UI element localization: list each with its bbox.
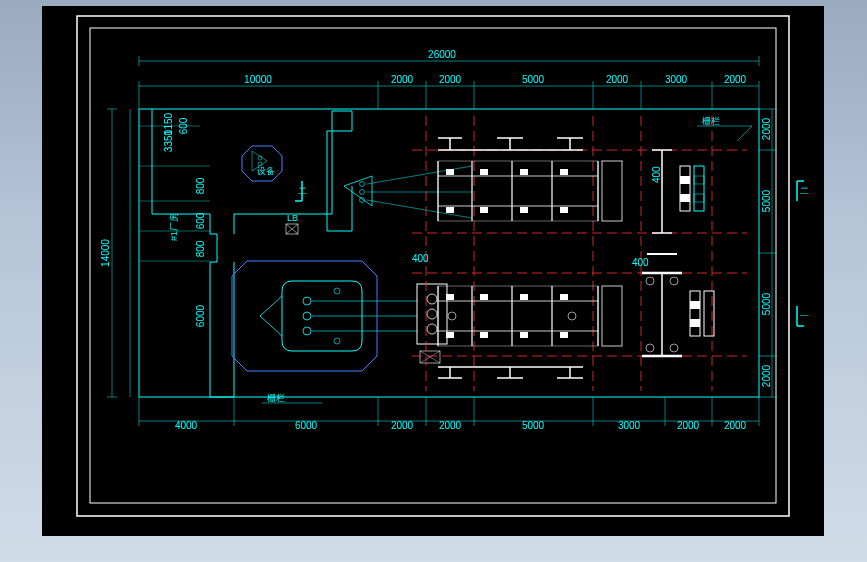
dim-bot-seg-7: 2000 xyxy=(724,420,747,431)
svg-rect-27 xyxy=(560,169,568,175)
svg-rect-25 xyxy=(480,169,488,175)
svg-rect-28 xyxy=(446,207,454,213)
svg-rect-77 xyxy=(704,291,714,336)
dim-bot-seg-3: 2000 xyxy=(439,420,462,431)
svg-text:二: 二 xyxy=(800,186,809,196)
svg-rect-31 xyxy=(560,207,568,213)
svg-rect-66 xyxy=(694,176,704,184)
dim-bot-seg-2: 2000 xyxy=(391,420,414,431)
beams-top xyxy=(438,138,583,150)
dim-top-seg-0: 10000 xyxy=(244,74,272,85)
svg-rect-24 xyxy=(446,169,454,175)
svg-rect-41 xyxy=(480,294,488,300)
junction-port xyxy=(427,324,437,334)
dim-left-seg-3: 800 xyxy=(195,240,206,257)
junction-port xyxy=(427,309,437,319)
port-icon xyxy=(360,190,365,195)
fence-top-label: 栅栏 xyxy=(702,116,720,126)
svg-rect-78 xyxy=(690,301,700,309)
dim-400-a: 400 xyxy=(412,253,429,264)
svg-point-73 xyxy=(670,277,678,285)
svg-rect-47 xyxy=(560,332,568,338)
svg-rect-26 xyxy=(520,169,528,175)
svg-rect-16 xyxy=(438,161,598,221)
outer-frame-1 xyxy=(77,16,789,516)
dim-top-seg-6: 2000 xyxy=(724,74,747,85)
rack-upper xyxy=(438,161,598,221)
dim-top-seg-2: 2000 xyxy=(439,74,462,85)
dim-right-seg-1: 5000 xyxy=(761,189,772,212)
conn-line xyxy=(367,200,472,218)
svg-rect-45 xyxy=(480,332,488,338)
svg-rect-64 xyxy=(680,176,690,184)
svg-rect-43 xyxy=(560,294,568,300)
port-icon xyxy=(334,338,340,344)
equipment-triangle-2 xyxy=(260,296,282,336)
fence-bottom-label: 栅栏 xyxy=(267,393,285,403)
fence-line xyxy=(737,126,752,141)
cad-canvas: 26000 10000 2000 2000 5000 2000 3000 200… xyxy=(42,6,824,536)
dim-left-seg-5: 600 xyxy=(178,117,189,134)
cad-viewport: 26000 10000 2000 2000 5000 2000 3000 200… xyxy=(42,6,824,536)
dim-bot-seg-4: 5000 xyxy=(522,420,545,431)
svg-rect-29 xyxy=(480,207,488,213)
svg-rect-62 xyxy=(680,166,690,211)
equipment-triangle-3 xyxy=(344,176,372,206)
svg-rect-67 xyxy=(694,194,704,202)
dim-bot-seg-5: 3000 xyxy=(618,420,641,431)
beams-bottom xyxy=(438,367,583,378)
svg-point-72 xyxy=(646,277,654,285)
dim-top-seg-1: 2000 xyxy=(391,74,414,85)
svg-rect-40 xyxy=(446,294,454,300)
dim-top-seg-3: 5000 xyxy=(522,74,545,85)
dim-right-seg-3: 2000 xyxy=(761,364,772,387)
dim-bot-seg-1: 6000 xyxy=(295,420,318,431)
dim-top-overall: 26000 xyxy=(428,49,456,60)
dim-left-seg-6: 1150 xyxy=(163,112,174,135)
factory-label: #1厂房 xyxy=(169,213,179,241)
dim-top-seg-4: 2000 xyxy=(606,74,629,85)
svg-rect-44 xyxy=(446,332,454,338)
port-icon xyxy=(360,182,365,187)
svg-rect-57 xyxy=(602,161,622,221)
cad-drawing: 26000 10000 2000 2000 5000 2000 3000 200… xyxy=(42,6,824,536)
port-icon xyxy=(303,297,311,305)
dim-right-seg-0: 2000 xyxy=(761,117,772,140)
dim-left-overall: 14000 xyxy=(100,239,111,267)
conn-line xyxy=(367,166,472,184)
dim-left-seg-1: 800 xyxy=(195,177,206,194)
svg-point-49 xyxy=(568,312,576,320)
svg-text:二: 二 xyxy=(298,186,307,196)
svg-point-74 xyxy=(646,344,654,352)
outer-frame-2 xyxy=(90,28,776,503)
dim-400-c: 400 xyxy=(632,257,649,268)
svg-rect-30 xyxy=(520,207,528,213)
svg-text:一: 一 xyxy=(800,311,809,321)
equip-label: 设备 xyxy=(257,166,275,176)
svg-rect-63 xyxy=(694,166,704,211)
dim-right-seg-2: 5000 xyxy=(761,292,772,315)
svg-rect-65 xyxy=(680,194,690,202)
svg-rect-32 xyxy=(438,286,598,346)
svg-rect-42 xyxy=(520,294,528,300)
dim-left-seg-2: 600 xyxy=(195,212,206,229)
svg-rect-58 xyxy=(602,286,622,346)
junction-box xyxy=(417,284,447,344)
dim-top-seg-5: 3000 xyxy=(665,74,688,85)
rack-lower xyxy=(438,286,598,346)
junction-port xyxy=(427,294,437,304)
dim-bot-seg-0: 4000 xyxy=(175,420,198,431)
port-icon xyxy=(303,312,311,320)
port-icon xyxy=(303,327,311,335)
dim-left-seg-4: 6000 xyxy=(195,304,206,327)
svg-rect-76 xyxy=(690,291,700,336)
lb-label: LB xyxy=(287,213,298,223)
port-icon xyxy=(334,288,340,294)
dim-400-b: 400 xyxy=(651,166,662,183)
svg-rect-79 xyxy=(690,319,700,327)
dim-bot-seg-6: 2000 xyxy=(677,420,700,431)
svg-rect-46 xyxy=(520,332,528,338)
svg-point-48 xyxy=(448,312,456,320)
red-grid xyxy=(412,116,747,391)
svg-point-75 xyxy=(670,344,678,352)
